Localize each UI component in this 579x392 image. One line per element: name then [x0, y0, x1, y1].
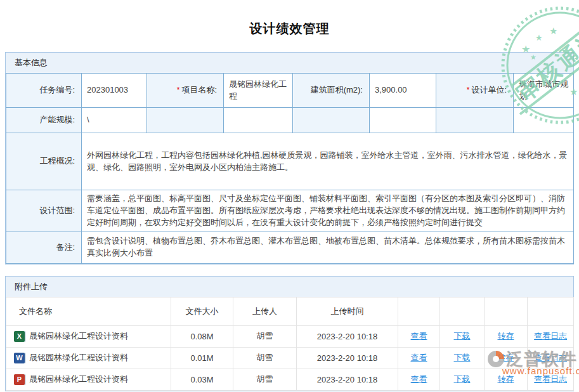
basic-info-row-2: 产能规模: \ [6, 108, 574, 133]
view-log-link[interactable]: 查看日志 [534, 353, 567, 362]
transfer-link[interactable]: 转存 [498, 331, 514, 341]
file-upload-time: 2023-2-20 10:18 [297, 347, 398, 369]
project-overview-value[interactable]: 外网园林绿化工程，工程内容包括园林绿化种植,园林硬质景观，园路铺装，室外给水主管… [82, 133, 574, 190]
basic-info-section: 基本信息 任务编号: 202301003 *项目名称: 晟铭园林绿化工程 建筑面… [5, 52, 574, 265]
attachment-row: X 晟铭园林绿化工程设计资料 0.08M 胡雪 2023-2-20 10:18 … [6, 325, 574, 347]
design-unit-label: *设计单位: [436, 74, 514, 108]
empty-value-cell [224, 108, 293, 133]
view-link[interactable]: 查看 [411, 374, 427, 384]
file-upload-time: 2023-2-20 10:18 [297, 369, 398, 390]
col-action-empty [528, 297, 574, 325]
file-uploader: 胡雪 [233, 369, 297, 390]
basic-info-row-scope: 设计范围: 需要涵盖，总平面图、标高平面图、尺寸及坐标定位平面图、铺装材料平面图… [6, 190, 574, 232]
page-title: 设计绩效管理 [0, 0, 579, 37]
remark-label: 备注: [6, 232, 82, 263]
empty-label-cell [436, 108, 514, 133]
empty-value-cell [514, 108, 574, 133]
view-link[interactable]: 查看 [411, 331, 427, 341]
capacity-scale-value[interactable]: \ [82, 108, 147, 133]
transfer-link[interactable]: 转存 [498, 374, 514, 384]
design-unit-value[interactable]: 珠海市城市规划 [514, 74, 574, 108]
attachment-row: W 晟铭园林绿化工程设计资料 0.01M 胡雪 2023-2-20 10:18 … [6, 347, 574, 369]
download-link[interactable]: 下载 [454, 353, 471, 362]
download-link[interactable]: 下载 [454, 374, 471, 384]
task-no-label: 任务编号: [6, 74, 82, 108]
file-upload-time: 2023-2-20 10:18 [297, 325, 398, 347]
view-log-link[interactable]: 查看日志 [534, 331, 567, 341]
basic-info-row-1: 任务编号: 202301003 *项目名称: 晟铭园林绿化工程 建筑面积(m2)… [6, 74, 574, 108]
empty-label-cell [293, 108, 370, 133]
col-upload-time: 上传时间 [297, 297, 398, 325]
file-name: 晟铭园林绿化工程设计资料 [29, 352, 128, 363]
view-link[interactable]: 查看 [411, 353, 427, 362]
project-overview-label: 工程概况: [6, 133, 82, 190]
col-action-empty [485, 297, 528, 325]
file-name: 晟铭园林绿化工程设计资料 [29, 330, 128, 342]
download-link[interactable]: 下载 [454, 331, 471, 341]
required-asterisk: * [177, 86, 180, 95]
capacity-scale-label: 产能规模: [6, 108, 82, 133]
file-size: 0.01M [171, 347, 233, 369]
pdf-file-icon: P [14, 374, 25, 385]
basic-info-row-overview: 工程概况: 外网园林绿化工程，工程内容包括园林绿化种植,园林硬质景观，园路铺装，… [6, 133, 574, 190]
required-asterisk: * [467, 86, 470, 95]
basic-info-row-remark: 备注: 需包含设计说明、植物布置总图、乔木布置总图、灌木布置总图、地被布置总图、… [6, 232, 574, 263]
empty-label-cell [147, 108, 224, 133]
file-size: 0.03M [171, 369, 233, 390]
building-area-label: 建筑面积(m2): [293, 74, 370, 108]
col-action-empty [440, 297, 485, 325]
attachment-row: P 晟铭园林绿化工程设计资料 0.03M 胡雪 2023-2-20 10:18 … [6, 369, 574, 390]
attachments-header: 附件上传 [6, 277, 573, 297]
building-area-value[interactable]: 3,900.00 [370, 74, 436, 108]
basic-info-header: 基本信息 [6, 53, 573, 73]
word-file-icon: W [14, 353, 25, 363]
view-log-link[interactable]: 查看日志 [534, 374, 567, 384]
project-name-value[interactable]: 晟铭园林绿化工程 [224, 74, 293, 108]
file-uploader: 胡雪 [233, 347, 297, 369]
transfer-link[interactable]: 转存 [498, 353, 514, 362]
col-file-size: 文件大小 [171, 297, 233, 325]
remark-value[interactable]: 需包含设计说明、植物布置总图、乔木布置总图、灌木布置总图、地被布置总图、苗木清单… [82, 232, 574, 263]
excel-file-icon: X [14, 331, 25, 342]
project-name-label: *项目名称: [147, 74, 224, 108]
file-name: 晟铭园林绿化工程设计资料 [29, 374, 128, 385]
attachments-table: 文件名称 文件大小 上传人 上传时间 X 晟铭园林绿化工程设计资料 0.08M … [6, 297, 574, 391]
task-no-value[interactable]: 202301003 [82, 74, 147, 108]
file-size: 0.08M [171, 325, 233, 347]
design-scope-value[interactable]: 需要涵盖，总平面图、标高平面图、尺寸及坐标定位平面图、铺装材料平面图、索引平面图… [82, 190, 574, 232]
basic-info-grid: 任务编号: 202301003 *项目名称: 晟铭园林绿化工程 建筑面积(m2)… [6, 73, 574, 264]
col-action-empty [398, 297, 440, 325]
col-file-name: 文件名称 [6, 297, 171, 325]
attachments-table-header: 文件名称 文件大小 上传人 上传时间 [6, 297, 574, 325]
design-scope-label: 设计范围: [6, 190, 82, 232]
attachments-section: 附件上传 文件名称 文件大小 上传人 上传时间 X 晟铭园林绿化工程设计资料 0… [5, 276, 574, 391]
col-uploader: 上传人 [233, 297, 297, 325]
empty-value-cell [370, 108, 436, 133]
file-uploader: 胡雪 [233, 325, 297, 347]
